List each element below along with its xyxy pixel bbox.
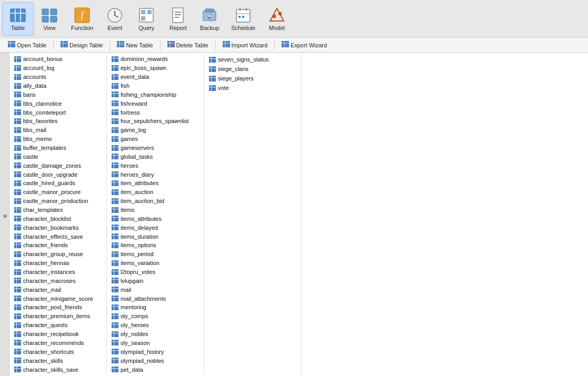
table-item[interactable]: character_shortcuts <box>12 347 104 356</box>
action-btn-export-wizard[interactable]: ↑Export Wizard <box>277 39 332 50</box>
table-item-label: character_blocklist <box>23 216 71 222</box>
table-item[interactable]: items_duration <box>109 232 202 241</box>
svg-rect-217 <box>112 207 118 213</box>
table-item[interactable]: character_quests <box>12 321 104 330</box>
table-item[interactable]: account_bonus <box>12 55 104 64</box>
action-btn-new-table[interactable]: *New Table <box>112 39 157 50</box>
table-item[interactable]: oly_heroes <box>109 321 202 330</box>
table-item[interactable]: accounts <box>12 73 104 82</box>
action-btn-open-table[interactable]: Open Table <box>3 39 51 50</box>
table-item[interactable]: castle_damage_zones <box>12 161 104 170</box>
table-item[interactable]: fish <box>109 82 202 90</box>
table-item[interactable]: bbs_favorites <box>12 117 104 126</box>
table-item[interactable]: mail_attachments <box>109 294 202 303</box>
table-item[interactable]: four_sepulchers_spawnlist <box>109 117 202 126</box>
table-item-label: account_log <box>23 65 54 71</box>
toolbar-btn-table[interactable]: Table <box>2 2 34 36</box>
table-item[interactable]: character_skills <box>12 356 104 365</box>
table-item[interactable]: character_minigame_score <box>12 294 104 303</box>
table-item[interactable]: seven_signs_status <box>206 55 299 64</box>
table-item[interactable]: castle <box>12 152 104 161</box>
table-item[interactable]: item_auction_bid <box>109 197 202 206</box>
table-item[interactable]: castle_manor_production <box>12 197 104 206</box>
table-item[interactable]: character_blocklist <box>12 214 104 223</box>
table-item[interactable]: olympiad_history <box>109 347 202 356</box>
table-item[interactable]: items_delayed <box>109 223 202 232</box>
table-item[interactable]: char_templates <box>12 206 104 215</box>
table-item[interactable]: ally_data <box>12 82 104 90</box>
table-item[interactable]: character_recommends <box>12 339 104 348</box>
table-item[interactable]: dominion_rewards <box>109 55 202 64</box>
table-item[interactable]: character_hennas <box>12 259 104 268</box>
table-item[interactable]: vote <box>206 83 299 93</box>
table-item[interactable]: item_auction <box>109 188 202 197</box>
table-item[interactable]: mail <box>109 285 202 294</box>
table-item[interactable]: buffer_templates <box>12 144 104 153</box>
table-item[interactable]: l2topru_votes <box>109 268 202 277</box>
table-item[interactable]: bbs_clannotice <box>12 99 104 108</box>
table-item[interactable]: oly_season <box>109 339 202 348</box>
table-item[interactable]: fishreward <box>109 99 202 108</box>
action-btn-import-wizard[interactable]: ↓Import Wizard <box>218 39 272 50</box>
table-item[interactable]: olympiad_nobles <box>109 356 202 365</box>
action-btn-design-table[interactable]: Design Table <box>56 39 107 50</box>
table-item[interactable]: items_period <box>109 250 202 259</box>
table-item[interactable]: character_effects_save <box>12 232 104 241</box>
toolbar-btn-event[interactable]: Event <box>99 2 131 36</box>
table-item[interactable]: global_tasks <box>109 152 202 161</box>
table-item[interactable]: fishing_championship <box>109 90 202 99</box>
table-item[interactable]: character_post_friends <box>12 303 104 312</box>
svg-rect-115 <box>14 225 21 230</box>
table-item[interactable]: castle_door_upgrade <box>12 170 104 179</box>
table-item[interactable]: bbs_comteleport <box>12 108 104 117</box>
table-item[interactable]: pet_data <box>109 365 202 374</box>
table-item[interactable]: mentoring <box>109 303 202 312</box>
table-item[interactable]: heroes_diary <box>109 170 202 179</box>
table-item-label: character_instances <box>23 269 75 275</box>
table-item[interactable]: game_log <box>109 126 202 135</box>
table-item[interactable]: character_macroses <box>12 276 104 285</box>
table-item[interactable]: oly_comps <box>109 312 202 321</box>
table-item[interactable]: siege_clans <box>206 64 299 74</box>
toolbar-btn-query[interactable]: Query <box>131 2 162 36</box>
table-item[interactable]: heroes <box>109 161 202 170</box>
table-item[interactable]: event_data <box>109 73 202 82</box>
table-item[interactable]: character_group_reuse <box>12 250 104 259</box>
toolbar-btn-report[interactable]: Report <box>162 2 194 36</box>
table-item[interactable]: epic_boss_spawn <box>109 64 202 73</box>
table-item[interactable]: games <box>109 135 202 144</box>
table-item[interactable]: bbs_mail <box>12 126 104 135</box>
table-icon <box>111 366 118 373</box>
table-item[interactable]: fortress <box>109 108 202 117</box>
svg-rect-4 <box>42 9 48 15</box>
table-item[interactable]: items_attributes <box>109 214 202 223</box>
table-item[interactable]: gameservers <box>109 144 202 153</box>
toolbar-btn-backup[interactable]: ▶Backup <box>194 2 225 36</box>
table-item[interactable]: oly_nobles <box>109 330 202 339</box>
table-item[interactable]: items_variation <box>109 259 202 268</box>
table-item[interactable]: items <box>109 206 202 215</box>
table-item[interactable]: character_bookmarks <box>12 223 104 232</box>
svg-rect-85 <box>14 136 21 142</box>
toolbar-btn-function[interactable]: fFunction <box>65 2 99 36</box>
table-item[interactable]: character_premium_items <box>12 312 104 321</box>
toolbar-btn-schedule[interactable]: Schedule <box>225 2 261 36</box>
table-item[interactable]: items_options <box>109 241 202 250</box>
table-item[interactable]: lvlupgain <box>109 276 202 285</box>
toolbar-btn-view[interactable]: View <box>34 2 65 36</box>
toolbar-btn-model[interactable]: Model <box>261 2 293 36</box>
table-item[interactable]: character_recipebook <box>12 330 104 339</box>
table-item[interactable]: castle_manor_procure <box>12 188 104 197</box>
table-item[interactable]: character_mail <box>12 285 104 294</box>
table-item[interactable]: account_log <box>12 64 104 73</box>
action-btn-delete-table[interactable]: ✕Delete Table <box>163 39 213 50</box>
table-item[interactable]: item_attributes <box>109 179 202 188</box>
table-item[interactable]: bbs_memo <box>12 135 104 144</box>
table-item[interactable]: castle_hired_guards <box>12 179 104 188</box>
table-item[interactable]: character_instances <box>12 268 104 277</box>
table-item-label: castle_door_upgrade <box>23 171 77 178</box>
table-item[interactable]: character_skills_save <box>12 365 104 374</box>
table-item[interactable]: character_friends <box>12 241 104 250</box>
table-item[interactable]: bans <box>12 90 104 99</box>
table-item[interactable]: siege_players <box>206 74 299 83</box>
